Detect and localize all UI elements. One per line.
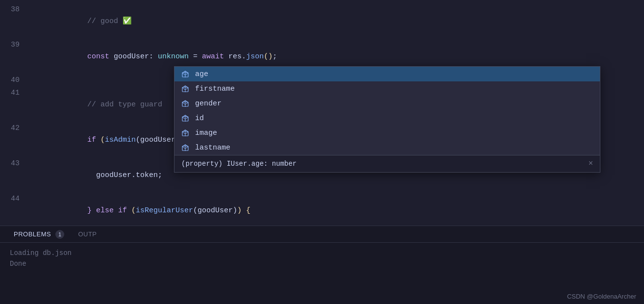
line-content-44: } else if (isRegularUser(goodUser)) {: [29, 193, 644, 228]
code-line-44: 44 } else if (isRegularUser(goodUser)) {: [0, 193, 644, 228]
line-number-40: 40: [0, 75, 29, 86]
line-number-38: 38: [0, 4, 29, 16]
autocomplete-label-lastname: lastname: [195, 144, 230, 152]
code-token: if: [70, 136, 96, 144]
autocomplete-item-firstname[interactable]: firstname: [174, 81, 600, 96]
autocomplete-item-image[interactable]: image: [174, 126, 600, 140]
code-token: isAdmin: [105, 136, 136, 144]
code-token: const: [70, 52, 109, 61]
output-line-2: Done: [10, 258, 634, 269]
editor-area: 38 // good ✅ 39 const goodUser: unknown …: [0, 0, 644, 304]
code-token: } else if: [70, 206, 127, 215]
cube-icon-lastname: [180, 143, 190, 152]
watermark: CSDN @GoldenaArcher: [567, 293, 636, 300]
autocomplete-label-image: image: [195, 129, 217, 137]
code-token: (): [264, 52, 272, 61]
line-number-42: 42: [0, 123, 29, 134]
code-token: (: [127, 206, 136, 215]
line-number-44: 44: [0, 193, 29, 205]
code-line-38: 38 // good ✅: [0, 4, 644, 39]
cube-icon-gender: [180, 99, 190, 108]
code-token: isRegularUser: [136, 206, 193, 215]
tab-problems[interactable]: PROBLEMS 1: [8, 228, 70, 241]
line-number-43: 43: [0, 158, 29, 170]
problems-badge: 1: [55, 230, 64, 239]
cube-icon-id: [180, 113, 190, 123]
panel-content: Loading db.json Done: [0, 243, 644, 275]
code-token: // add type guard: [70, 101, 162, 109]
code-token: ) {: [237, 206, 250, 215]
tab-problems-label: PROBLEMS: [14, 230, 51, 238]
code-token: unknown: [158, 52, 189, 61]
autocomplete-item-lastname[interactable]: lastname: [174, 140, 600, 155]
line-content-38: // good ✅: [29, 4, 644, 39]
autocomplete-dropdown[interactable]: age firstname: [174, 66, 600, 173]
output-line-1: Loading db.json: [10, 248, 634, 258]
code-token: (goodUser): [193, 206, 237, 215]
autocomplete-item-gender[interactable]: gender: [174, 96, 600, 111]
panel-tabs: PROBLEMS 1 OUTP: [0, 226, 644, 243]
cube-icon-image: [180, 128, 190, 138]
code-token: json: [246, 52, 264, 61]
code-token: (goodUser): [136, 136, 180, 144]
close-autocomplete-button[interactable]: ×: [588, 159, 593, 168]
autocomplete-label-age: age: [195, 70, 208, 78]
tab-output[interactable]: OUTP: [72, 228, 102, 240]
cube-icon-age: [180, 69, 190, 79]
line-number-39: 39: [0, 39, 29, 51]
code-token: // good ✅: [70, 17, 132, 25]
autocomplete-label-firstname: firstname: [195, 85, 235, 93]
code-token: res.: [224, 52, 246, 61]
code-token: =: [189, 52, 202, 61]
cube-icon-firstname: [180, 84, 190, 94]
bottom-panel: PROBLEMS 1 OUTP Loading db.json Done: [0, 226, 644, 304]
autocomplete-label-gender: gender: [195, 100, 222, 108]
code-token: ;: [272, 52, 277, 61]
autocomplete-info: (property) IUser.age: number ×: [174, 155, 600, 173]
code-token: goodUser.token;: [70, 171, 162, 179]
code-token: await: [202, 52, 224, 61]
autocomplete-info-text: (property) IUser.age: number: [181, 160, 297, 168]
code-token: goodUser:: [109, 52, 158, 61]
line-number-41: 41: [0, 87, 29, 99]
autocomplete-list: age firstname: [174, 66, 600, 155]
autocomplete-item-age[interactable]: age: [174, 67, 600, 81]
code-token: (: [96, 136, 105, 144]
autocomplete-label-id: id: [195, 114, 204, 123]
autocomplete-item-id[interactable]: id: [174, 111, 600, 126]
